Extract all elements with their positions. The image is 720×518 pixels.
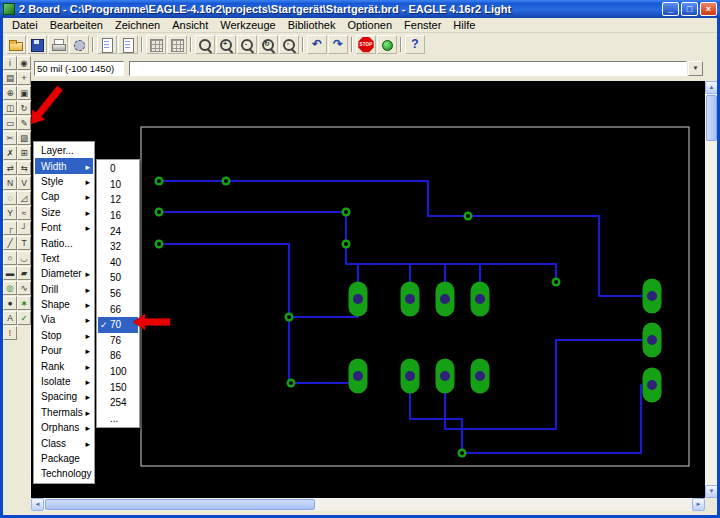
menu-item[interactable]: Datei — [6, 19, 44, 31]
stop-button[interactable]: STOP — [356, 35, 376, 54]
toolbar-button[interactable] — [300, 35, 306, 54]
zoom-redraw-button[interactable]: ↻ — [258, 35, 278, 54]
open-button[interactable] — [6, 35, 26, 54]
context-menu-item[interactable]: Size — [35, 205, 93, 220]
print-button[interactable] — [48, 35, 68, 54]
mark-tool[interactable]: + — [17, 71, 31, 85]
wire-tool[interactable]: ╱ — [3, 236, 17, 250]
route-tool[interactable]: ┌ — [3, 221, 17, 235]
rotate-tool[interactable]: ↻ — [17, 101, 31, 115]
split-tool[interactable]: Y — [3, 206, 17, 220]
context-menu-item[interactable]: Style — [35, 174, 93, 189]
minimize-button[interactable]: _ — [662, 2, 679, 16]
context-menu-item[interactable]: Thermals — [35, 405, 93, 420]
zoom-out-button[interactable]: - — [237, 35, 257, 54]
context-menu-item[interactable]: Rank — [35, 358, 93, 373]
go-button[interactable] — [377, 35, 397, 54]
command-dropdown-button[interactable]: ▼ — [688, 61, 703, 76]
context-menu-item[interactable]: Shape — [35, 297, 93, 312]
width-option[interactable]: 10 — [98, 177, 138, 193]
help-button[interactable]: ? — [405, 35, 425, 54]
signal-tool[interactable]: ∿ — [17, 281, 31, 295]
mirror-tool[interactable]: ◫ — [3, 101, 17, 115]
cam-processor-button[interactable] — [69, 35, 89, 54]
width-option[interactable]: 40 — [98, 255, 138, 271]
context-menu-item[interactable]: Isolate — [35, 374, 93, 389]
width-option[interactable]: 76 — [98, 333, 138, 349]
hole-tool[interactable]: ● — [3, 296, 17, 310]
display-tool[interactable]: ▤ — [3, 71, 17, 85]
menu-item[interactable]: Fenster — [398, 19, 447, 31]
menu-item[interactable]: Zeichnen — [109, 19, 166, 31]
redo-button[interactable]: ↷ — [328, 35, 348, 54]
context-menu-item[interactable]: Package — [35, 451, 93, 466]
width-option[interactable]: 0 — [98, 161, 138, 177]
rect-tool[interactable]: ▬ — [3, 266, 17, 280]
title-bar[interactable]: 2 Board - C:\Programme\EAGLE-4.16r2\proj… — [0, 0, 720, 18]
toolbar-button[interactable] — [139, 35, 145, 54]
display-layers-button[interactable] — [146, 35, 166, 54]
value-tool[interactable]: V — [17, 176, 31, 190]
delete-tool[interactable]: ✗ — [3, 146, 17, 160]
width-option[interactable]: 86 — [98, 348, 138, 364]
errors-tool[interactable]: ! — [3, 326, 17, 340]
ratsnest-tool[interactable]: ∗ — [17, 296, 31, 310]
paste-tool[interactable]: ▨ — [17, 131, 31, 145]
info-tool[interactable]: i — [3, 56, 17, 70]
miter-tool[interactable]: ◿ — [17, 191, 31, 205]
width-option[interactable]: 56 — [98, 286, 138, 302]
save-button[interactable] — [27, 35, 47, 54]
context-menu-item[interactable]: Text — [35, 251, 93, 266]
scroll-left-button[interactable]: ◄ — [31, 498, 44, 511]
ripup-tool[interactable]: ┘ — [17, 221, 31, 235]
vertical-scroll-thumb[interactable] — [706, 95, 717, 141]
context-menu-item[interactable]: Technology — [35, 466, 93, 481]
context-menu-item[interactable]: Spacing — [35, 389, 93, 404]
menu-item[interactable]: Hilfe — [447, 19, 481, 31]
context-menu-item[interactable]: Cap — [35, 189, 93, 204]
run-button[interactable] — [118, 35, 138, 54]
zoom-in-button[interactable]: + — [216, 35, 236, 54]
menu-item[interactable]: Bearbeiten — [44, 19, 109, 31]
text-tool[interactable]: T — [17, 236, 31, 250]
context-menu-item[interactable]: Orphans — [35, 420, 93, 435]
context-menu-item[interactable]: Ratio... — [35, 235, 93, 250]
menu-item[interactable]: Bibliothek — [282, 19, 342, 31]
via-tool[interactable]: ◎ — [3, 281, 17, 295]
width-option[interactable]: 100 — [98, 364, 138, 380]
width-option[interactable]: 24 — [98, 223, 138, 239]
toolbar-button[interactable] — [398, 35, 404, 54]
pinswap-tool[interactable]: ⇄ — [3, 161, 17, 175]
context-menu-item[interactable]: Via — [35, 312, 93, 327]
copy-tool[interactable]: ▣ — [17, 86, 31, 100]
circle-tool[interactable]: ○ — [3, 251, 17, 265]
cut-tool[interactable]: ✂ — [3, 131, 17, 145]
context-menu-item[interactable]: Width — [35, 158, 93, 173]
grid-button[interactable] — [167, 35, 187, 54]
smash-tool[interactable]: ◌ — [3, 191, 17, 205]
toolbar-button[interactable] — [90, 35, 96, 54]
context-menu-item[interactable]: Class — [35, 435, 93, 450]
auto-tool[interactable]: A — [3, 311, 17, 325]
undo-button[interactable]: ↶ — [307, 35, 327, 54]
width-option[interactable]: 32 — [98, 239, 138, 255]
name-tool[interactable]: N — [3, 176, 17, 190]
width-option[interactable]: ... — [98, 411, 138, 427]
show-tool[interactable]: ◉ — [17, 56, 31, 70]
context-menu-item[interactable]: Pour — [35, 343, 93, 358]
width-option[interactable]: 66 — [98, 301, 138, 317]
context-menu-item[interactable]: Diameter — [35, 266, 93, 281]
change-tool[interactable]: ✎ — [17, 116, 31, 130]
context-menu-item[interactable]: Font — [35, 220, 93, 235]
width-option[interactable]: 50 — [98, 270, 138, 286]
menu-item[interactable]: Ansicht — [166, 19, 214, 31]
context-menu-item[interactable]: Layer... — [35, 143, 93, 158]
context-menu-item[interactable]: Stop — [35, 328, 93, 343]
zoom-select-button[interactable]: ▫ — [279, 35, 299, 54]
width-option[interactable]: 150 — [98, 379, 138, 395]
polygon-tool[interactable]: ▰ — [17, 266, 31, 280]
maximize-button[interactable]: □ — [681, 2, 698, 16]
toolbar-button[interactable] — [349, 35, 355, 54]
scroll-right-button[interactable]: ► — [692, 498, 705, 511]
close-button[interactable]: × — [700, 2, 717, 16]
